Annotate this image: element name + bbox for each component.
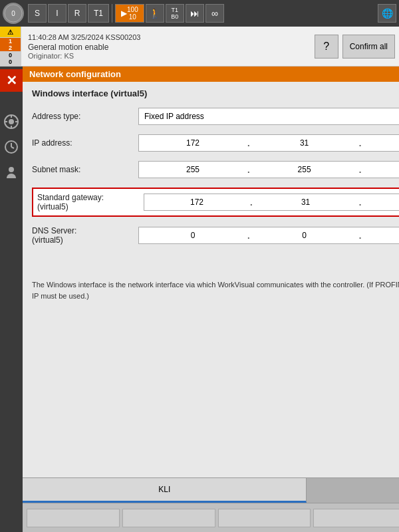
subnet-mask-value: . . . xyxy=(138,161,399,178)
gateway-label-section: Standard gateway: (virtual5) . . . xyxy=(37,193,399,211)
speed-icon: ▶ xyxy=(121,9,127,18)
ip-address-label: IP address: xyxy=(32,138,138,148)
address-type-row: Address type: Fixed IP address ▼ xyxy=(32,108,399,125)
gateway-label: Standard gateway: (virtual5) xyxy=(37,193,144,211)
walk-icon: 🚶 xyxy=(149,8,160,19)
svg-point-11 xyxy=(9,167,14,172)
toolbar-right: 🌐 xyxy=(378,4,396,23)
divider1 xyxy=(112,4,112,23)
ip-octet-2[interactable] xyxy=(251,135,358,151)
network-panel: Windows interface (virtual5) Address typ… xyxy=(23,82,399,477)
dns-server-row: DNS Server: (virtual5) . . . xyxy=(32,226,399,245)
dns-octet-1[interactable] xyxy=(139,227,247,243)
help-button[interactable]: ? xyxy=(315,35,338,59)
left-sidebar: ✕ xyxy=(0,66,23,532)
alert-count-2: 00 xyxy=(0,52,21,66)
alert-actions: ? Confirm all xyxy=(311,27,399,66)
svg-text:0: 0 xyxy=(11,10,15,17)
alert-warning: ⚠ xyxy=(0,27,21,38)
speed-value: 10010 xyxy=(127,6,138,21)
dns-label-virtual: (virtual5) xyxy=(32,235,63,245)
btn-globe[interactable]: 🌐 xyxy=(378,4,396,23)
gateway-ip-field: . . . xyxy=(144,194,399,211)
btn-mode[interactable]: T1B0 xyxy=(166,4,184,23)
alert-side: ⚠ 12 00 xyxy=(0,27,21,66)
alert-bar: ⚠ 12 00 11:40:28 AM 3/25/2024 KSS00203 G… xyxy=(0,27,399,66)
originator-label: Originator: xyxy=(28,52,62,60)
panel-subtitle: Windows interface (virtual5) xyxy=(32,88,399,98)
address-type-dropdown[interactable]: Fixed IP address ▼ xyxy=(138,108,399,125)
ip-address-value: . . . xyxy=(138,134,399,152)
gateway-row: Standard gateway: (virtual5) . . . xyxy=(32,188,399,217)
alert-time: 11:40:28 AM 3/25/2024 KSS00203 xyxy=(28,33,304,41)
tab-kli[interactable]: KLI xyxy=(23,478,307,503)
gateway-octet-2[interactable] xyxy=(253,194,358,210)
ip-address-row: IP address: . . . xyxy=(32,134,399,152)
address-type-value: Fixed IP address ▼ xyxy=(138,108,399,125)
ip-octet-1[interactable] xyxy=(139,135,247,151)
subnet-octet-2[interactable] xyxy=(251,162,358,178)
alert-message: General motion enable xyxy=(28,43,304,52)
svg-line-10 xyxy=(11,147,14,148)
btn-r[interactable]: R xyxy=(68,4,86,23)
logo: 0 xyxy=(3,3,24,24)
btn-s[interactable]: S xyxy=(28,4,47,23)
gateway-octet-3[interactable] xyxy=(362,194,399,210)
subnet-octet-3[interactable] xyxy=(362,162,399,178)
tab-bar: KLI Internal subnets xyxy=(23,477,399,503)
btn-infinity[interactable]: ∞ xyxy=(205,4,224,23)
btn-speed[interactable]: ▶ 10010 xyxy=(115,4,144,23)
dns-octet-3[interactable] xyxy=(362,227,399,243)
alert-count-1: 12 xyxy=(0,38,21,52)
dns-field: . . . xyxy=(138,227,399,244)
subnet-mask-field: . . . xyxy=(138,161,399,178)
subnet-octet-1[interactable] xyxy=(139,162,247,178)
address-type-text: Fixed IP address xyxy=(144,112,204,121)
dns-octet-2[interactable] xyxy=(251,227,358,243)
btn-skip[interactable]: ⏭ xyxy=(186,4,204,23)
subnet-mask-label: Subnet mask: xyxy=(32,165,138,174)
svg-point-3 xyxy=(9,119,14,124)
subnet-mask-row: Subnet mask: . . . xyxy=(32,161,399,178)
bottom-slot-1 xyxy=(27,509,120,527)
ip-address-field: . . . xyxy=(138,134,399,152)
dns-value: . . . xyxy=(138,227,399,244)
ip-octet-3[interactable] xyxy=(362,135,399,151)
gateway-label-virtual: (virtual5) xyxy=(37,202,68,211)
top-toolbar: 0 S I R T1 ▶ 10010 🚶 T1B0 ⏭ ∞ 🌐 xyxy=(0,0,399,27)
btn-walk[interactable]: 🚶 xyxy=(146,4,164,23)
tab-internal-subnets[interactable]: Internal subnets xyxy=(307,478,399,503)
sidebar-person-icon[interactable] xyxy=(0,161,23,184)
info-text: The Windows interface is the network int… xyxy=(32,279,399,301)
section-header: Network configuration xyxy=(23,66,399,82)
dns-label: DNS Server: (virtual5) xyxy=(32,226,138,245)
gateway-label-text: Standard gateway: xyxy=(37,193,104,202)
alert-originator: Originator: KS xyxy=(28,52,304,60)
advanced-btn-row: Advanced... xyxy=(32,254,399,271)
content-area: Network configuration Windows interface … xyxy=(23,66,399,532)
dns-label-text: DNS Server: xyxy=(32,226,76,235)
originator-value: KS xyxy=(64,52,74,60)
address-type-label: Address type: xyxy=(32,112,138,121)
globe-icon: 🌐 xyxy=(382,8,393,19)
alert-main: 11:40:28 AM 3/25/2024 KSS00203 General m… xyxy=(21,27,311,66)
bottom-slot-4 xyxy=(313,509,399,527)
btn-i[interactable]: I xyxy=(48,4,66,23)
btn-t1[interactable]: T1 xyxy=(88,4,109,23)
bottom-slot-2 xyxy=(122,509,215,527)
gateway-octet-1[interactable] xyxy=(144,194,249,210)
main-layout: ✕ Network configuration Windows interfac… xyxy=(0,66,399,532)
sidebar-clock-icon[interactable] xyxy=(0,136,23,158)
confirm-all-button[interactable]: Confirm all xyxy=(342,35,395,59)
bottom-slot-3 xyxy=(218,509,311,527)
sidebar-settings-icon[interactable] xyxy=(0,110,23,133)
close-button[interactable]: ✕ xyxy=(0,69,23,92)
bottom-bar: Save Back xyxy=(23,503,399,532)
